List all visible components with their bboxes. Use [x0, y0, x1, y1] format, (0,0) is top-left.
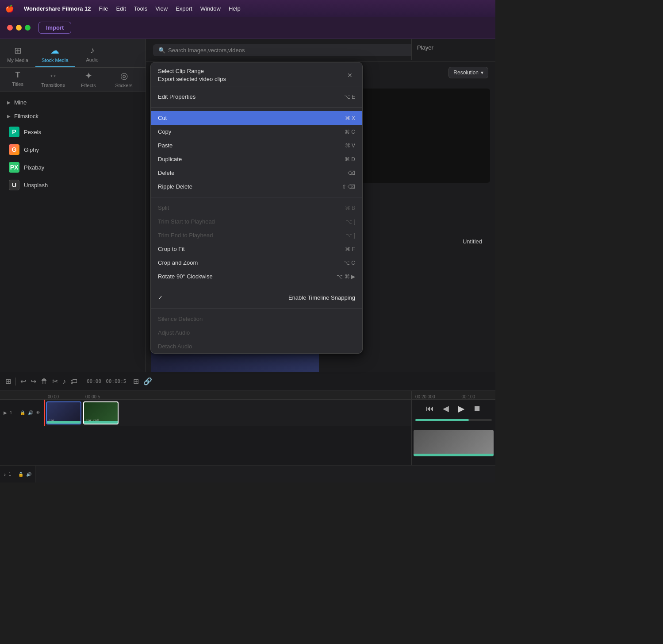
sidebar-item-pixabay[interactable]: PX Pixabay [0, 158, 146, 176]
traffic-lights [7, 25, 31, 31]
ctx-trim-end-label: Trim End to Playhead [158, 232, 213, 239]
tab-bar-2: T Titles ↔ Transitions ✦ Effects ◎ Stick… [0, 68, 146, 92]
giphy-label: Giphy [24, 147, 39, 153]
menu-file[interactable]: File [99, 5, 108, 12]
resolution-dropdown[interactable]: Resolution ▾ [448, 67, 488, 78]
play-button[interactable]: ▶ [458, 403, 464, 414]
ctx-trim-end: Trim End to Playhead ⌥ ] [151, 228, 362, 242]
ctx-timeline-snap[interactable]: ✓ Enable Timeline Snapping [151, 291, 362, 305]
step-back-button[interactable]: ⏮ [426, 404, 434, 413]
tab-titles[interactable]: T Titles [0, 68, 35, 92]
tab-stickers[interactable]: ◎ Stickers [106, 68, 142, 92]
ctx-crop-fit[interactable]: Crop to Fit ⌘ F [151, 242, 362, 256]
audio-track-label: ♪ 1 🔒 🔊 [0, 466, 35, 482]
tab-my-media[interactable]: ⊞ My Media [0, 42, 35, 67]
my-media-icon: ⊞ [14, 45, 22, 56]
ctx-trim-start-shortcut: ⌥ [ [346, 219, 355, 225]
menu-tools[interactable]: Tools [134, 5, 147, 12]
tab-effects[interactable]: ✦ Effects [71, 68, 106, 92]
ctx-delete[interactable]: Delete ⌫ [151, 166, 362, 180]
timeline-time-2: 00:00:5 [106, 378, 126, 384]
menu-edit[interactable]: Edit [116, 5, 126, 12]
ctx-ripple-delete[interactable]: Ripple Delete ⇧ ⌫ [151, 180, 362, 193]
resolution-arrow: ▾ [481, 69, 483, 76]
pexels-label: Pexels [24, 129, 41, 135]
timeline-area: ⊞ ↩ ↪ 🗑 ✂ ♪ 🏷 00:00 00:00:5 ⊞ 🔗 ▶ 1 🔒 🔊 … [0, 372, 495, 482]
ctx-split-label: Split [158, 204, 169, 211]
ruler-0: 00:00 [48, 394, 59, 399]
ctx-crop-zoom[interactable]: Crop and Zoom ⌥ C [151, 256, 362, 270]
sidebar-item-pexels[interactable]: P Pexels [0, 123, 146, 141]
right-tl-clip-footer [414, 454, 494, 456]
tl-undo-button[interactable]: ↩ [20, 377, 26, 386]
tl-delete-button[interactable]: 🗑 [41, 378, 48, 386]
apple-logo: 🍎 [5, 4, 14, 13]
ctx-paste[interactable]: Paste ⌘ V [151, 139, 362, 152]
ctx-check-icon: ✓ [158, 294, 163, 301]
audio-lock-icon: 🔒 [18, 472, 23, 477]
minimize-button[interactable] [16, 25, 22, 31]
ctx-paste-label: Paste [158, 142, 172, 149]
ctx-divider-2 [151, 107, 362, 108]
tab-transitions[interactable]: ↔ Transitions [35, 68, 71, 92]
context-menu-close[interactable]: ✕ [345, 71, 355, 80]
tab-effects-label: Effects [81, 83, 96, 88]
close-button[interactable] [7, 25, 13, 31]
stock-media-icon: ☁ [50, 45, 59, 56]
ctx-duplicate[interactable]: Duplicate ⌘ D [151, 152, 362, 166]
ctx-detach-audio-label: Detach Audio [158, 343, 192, 350]
right-tl-ruler: 00:20:000 00:100 [412, 391, 495, 400]
audio-note-icon: ♪ [4, 472, 6, 477]
ctx-divider-1 [151, 86, 362, 86]
tl-audio-button[interactable]: ♪ [62, 378, 66, 386]
effects-icon: ✦ [85, 70, 92, 81]
tl-redo-button[interactable]: ↪ [31, 377, 36, 386]
tab-stock-media[interactable]: ☁ Stock Media [35, 42, 75, 67]
menu-bar: 🍎 Wondershare Filmora 12 File Edit Tools… [0, 0, 495, 17]
context-menu: Select Clip Range Export selected video … [150, 62, 363, 354]
ctx-delete-label: Delete [158, 170, 175, 176]
frame-back-button[interactable]: ◀ [443, 404, 449, 413]
sidebar-section-filmstock[interactable]: ▶ Filmstock [0, 109, 146, 123]
tab-audio[interactable]: ♪ Audio [75, 42, 110, 67]
menu-export[interactable]: Export [176, 5, 192, 12]
track-labels: ▶ 1 🔒 🔊 👁 [0, 391, 44, 465]
ctx-copy[interactable]: Copy ⌘ C [151, 125, 362, 139]
clip-2[interactable]: car, rall [83, 401, 119, 424]
video-track: car, car, rall [44, 400, 411, 426]
context-menu-header: Select Clip Range Export selected video … [151, 62, 362, 82]
sidebar-item-giphy[interactable]: G Giphy [0, 141, 146, 158]
ctx-cut[interactable]: Cut ⌘ X [151, 111, 362, 125]
ctx-copy-label: Copy [158, 128, 171, 135]
resolution-label: Resolution [453, 69, 479, 76]
tl-link-button[interactable]: 🔗 [143, 377, 152, 386]
timeline-toolbar: ⊞ ↩ ↪ 🗑 ✂ ♪ 🏷 00:00 00:00:5 ⊞ 🔗 [0, 372, 495, 391]
sidebar-section-mine[interactable]: ▶ Mine [0, 96, 146, 109]
fullscreen-button[interactable] [25, 25, 31, 31]
tl-add-track-button[interactable]: ⊞ [5, 377, 11, 386]
menu-view[interactable]: View [155, 5, 168, 12]
ctx-divider-5 [151, 308, 362, 309]
toolbar-divider-1 [15, 378, 16, 386]
search-icon: 🔍 [158, 47, 165, 54]
menu-window[interactable]: Window [200, 5, 221, 12]
right-ruler-2: 00:100 [462, 394, 475, 399]
tl-tag-button[interactable]: 🏷 [70, 378, 77, 386]
sidebar-item-unsplash[interactable]: U Unsplash [0, 176, 146, 194]
menu-help[interactable]: Help [229, 5, 241, 12]
track-video-icon: ▶ [4, 410, 7, 415]
ctx-trim-start-label: Trim Start to Playhead [158, 218, 215, 225]
player-panel: Player [411, 39, 495, 60]
player-controls: ⏮ ◀ ▶ ⏹ [412, 400, 495, 417]
import-button[interactable]: Import [38, 22, 71, 34]
tl-add-layer-button[interactable]: ⊞ [133, 377, 139, 386]
ctx-title: Select Clip Range [158, 68, 226, 74]
tl-cut-button[interactable]: ✂ [52, 377, 58, 386]
tab-my-media-label: My Media [7, 58, 28, 63]
clip-1[interactable]: car, [46, 401, 81, 424]
right-tl-clip[interactable] [414, 430, 494, 456]
ctx-edit-properties[interactable]: Edit Properties ⌥ E [151, 90, 362, 104]
ctx-rotate[interactable]: Rotate 90° Clockwise ⌥ ⌘ ▶ [151, 270, 362, 283]
stop-button[interactable]: ⏹ [473, 404, 481, 413]
ctx-crop-zoom-shortcut: ⌥ C [344, 260, 355, 266]
